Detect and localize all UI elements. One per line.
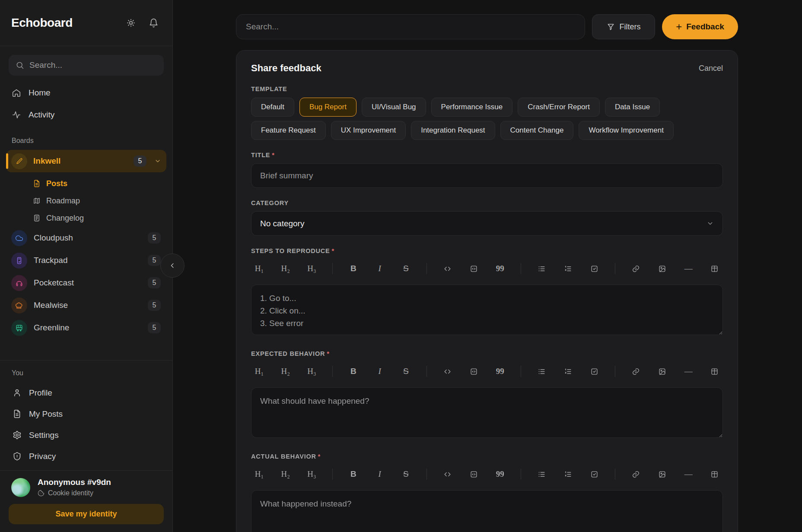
template-chip-feature-request[interactable]: Feature Request (251, 121, 326, 140)
save-identity-button[interactable]: Save my identity (9, 504, 164, 524)
bullet-list-button[interactable] (536, 468, 547, 481)
sidebar-board-greenline[interactable]: Greenline 5 (0, 317, 172, 339)
sidebar-collapse-button[interactable] (160, 253, 185, 278)
heading3-button[interactable]: H₃ (306, 468, 317, 481)
heading1-button[interactable]: H₁ (254, 365, 265, 378)
code-block-button[interactable] (468, 468, 480, 481)
image-button[interactable] (656, 365, 668, 378)
strikethrough-button[interactable]: S (400, 468, 411, 481)
avatar[interactable] (11, 478, 30, 497)
template-chip-default[interactable]: Default (251, 98, 294, 117)
sidebar-item-home[interactable]: Home (0, 82, 172, 104)
new-feedback-button[interactable]: + Feedback (662, 14, 738, 39)
boards-section-label: Boards (0, 126, 172, 150)
code-block-button[interactable] (468, 262, 480, 275)
expected-editor[interactable] (251, 387, 723, 438)
heading2-button[interactable]: H₂ (280, 262, 291, 275)
heading1-button[interactable]: H₁ (254, 468, 265, 481)
ordered-list-button[interactable] (563, 468, 574, 481)
table-button[interactable] (709, 468, 720, 481)
italic-button[interactable]: I (374, 262, 385, 275)
bullet-list-button[interactable] (536, 365, 547, 378)
horizontal-rule-button[interactable]: — (683, 468, 694, 481)
steps-editor[interactable] (251, 285, 723, 335)
sidebar-item-privacy[interactable]: Privacy (0, 446, 172, 467)
horizontal-rule-button[interactable]: — (683, 262, 694, 275)
code-block-button[interactable] (468, 365, 480, 378)
sidebar-item-posts[interactable]: Posts (0, 175, 172, 192)
code-button[interactable] (442, 468, 453, 481)
template-chip-bug-report[interactable]: Bug Report (299, 98, 356, 117)
image-button[interactable] (656, 468, 668, 481)
sidebar-item-changelog[interactable]: Changelog (0, 209, 172, 227)
sub-item-label: Changelog (46, 214, 84, 223)
checklist-button[interactable] (589, 262, 600, 275)
sidebar-item-activity[interactable]: Activity (0, 104, 172, 126)
sidebar-item-settings[interactable]: Settings (0, 424, 172, 446)
sidebar-search[interactable] (9, 55, 164, 76)
filters-button[interactable]: Filters (592, 14, 655, 39)
sidebar-item-profile[interactable]: Profile (0, 382, 172, 403)
theme-toggle-button[interactable] (124, 16, 138, 30)
heading1-button[interactable]: H₁ (254, 262, 265, 275)
cancel-button[interactable]: Cancel (699, 64, 723, 73)
link-button[interactable] (630, 468, 642, 481)
code-button[interactable] (442, 262, 453, 275)
template-chip-data-issue[interactable]: Data Issue (605, 98, 660, 117)
table-button[interactable] (709, 262, 720, 275)
blockquote-button[interactable]: 99 (494, 468, 506, 481)
italic-button[interactable]: I (374, 365, 385, 378)
sidebar-board-mealwise[interactable]: Mealwise 5 (0, 294, 172, 317)
editor-toolbar: H₁ H₂ H₃ B I S 99 — (251, 464, 723, 484)
main-search-input[interactable] (246, 22, 575, 32)
sidebar-board-trackpad[interactable]: Trackpad 5 (0, 249, 172, 272)
share-feedback-card: Share feedback Cancel TEMPLATE Default B… (236, 50, 738, 532)
bold-button[interactable]: B (348, 468, 359, 481)
heading3-button[interactable]: H₃ (306, 365, 317, 378)
chevron-down-icon (154, 158, 161, 165)
heading2-button[interactable]: H₂ (280, 468, 291, 481)
blockquote-button[interactable]: 99 (494, 262, 506, 275)
sidebar-board-pocketcast[interactable]: Pocketcast 5 (0, 272, 172, 294)
bold-button[interactable]: B (348, 365, 359, 378)
sidebar-search-input[interactable] (29, 60, 157, 70)
template-chip-content-change[interactable]: Content Change (500, 121, 574, 140)
category-select[interactable]: No category (251, 211, 723, 236)
heading3-button[interactable]: H₃ (306, 262, 317, 275)
strikethrough-button[interactable]: S (400, 365, 411, 378)
home-icon (12, 88, 21, 98)
checklist-button[interactable] (589, 468, 600, 481)
ordered-list-button[interactable] (563, 365, 574, 378)
table-button[interactable] (709, 365, 720, 378)
image-button[interactable] (656, 262, 668, 275)
checklist-button[interactable] (589, 365, 600, 378)
strikethrough-button[interactable]: S (400, 262, 411, 275)
template-chip-crash-error-report[interactable]: Crash/Error Report (518, 98, 600, 117)
template-chip-workflow-improvement[interactable]: Workflow Improvement (579, 121, 674, 140)
template-chip-integration-request[interactable]: Integration Request (411, 121, 495, 140)
horizontal-rule-button[interactable]: — (683, 365, 694, 378)
title-input[interactable] (251, 163, 723, 188)
board-name: Trackpad (34, 256, 68, 265)
actual-editor[interactable] (251, 490, 723, 532)
bullet-list-button[interactable] (536, 262, 547, 275)
sidebar-item-my-posts[interactable]: My Posts (0, 403, 172, 424)
blockquote-button[interactable]: 99 (494, 365, 506, 378)
link-button[interactable] (630, 262, 642, 275)
board-count-badge: 5 (148, 300, 161, 311)
link-button[interactable] (630, 365, 642, 378)
main-search[interactable] (236, 14, 585, 39)
notifications-button[interactable] (146, 16, 161, 31)
heading2-button[interactable]: H₂ (280, 365, 291, 378)
sidebar-item-roadmap[interactable]: Roadmap (0, 192, 172, 209)
ordered-list-button[interactable] (563, 262, 574, 275)
sidebar-board-cloudpush[interactable]: Cloudpush 5 (0, 227, 172, 249)
code-button[interactable] (442, 365, 453, 378)
template-chip-ux-improvement[interactable]: UX Improvement (331, 121, 406, 140)
template-chip-performance-issue[interactable]: Performance Issue (431, 98, 513, 117)
italic-button[interactable]: I (374, 468, 385, 481)
sidebar-board-inkwell[interactable]: Inkwell 5 (6, 150, 166, 172)
main-content: Filters + Feedback Share feedback Cancel… (173, 0, 802, 532)
bold-button[interactable]: B (348, 262, 359, 275)
template-chip-ui-visual-bug[interactable]: UI/Visual Bug (362, 98, 426, 117)
